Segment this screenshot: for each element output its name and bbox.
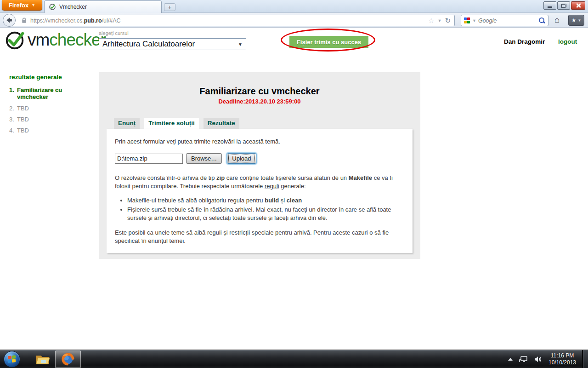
- network-icon[interactable]: [519, 356, 528, 363]
- speaker-icon[interactable]: [534, 356, 542, 363]
- search-box[interactable]: ▼: [461, 15, 548, 26]
- explorer-folder-icon: [35, 353, 50, 365]
- bookmark-star-icon[interactable]: ☆: [428, 17, 434, 25]
- clock-date: 10/10/2013: [543, 359, 582, 366]
- sidebar-item-assignment-2[interactable]: 2. TBD: [9, 105, 71, 112]
- tab-trimitere-solutii[interactable]: Trimitere soluții: [144, 118, 199, 129]
- tab-enunt[interactable]: Enunț: [114, 118, 140, 129]
- windows-flag-icon: [8, 355, 16, 363]
- assignment-panel: Familiarizare cu vmchecker Deadline:2013…: [99, 72, 420, 259]
- sidebar-item-general-results[interactable]: rezultate generale: [9, 74, 62, 80]
- annotation-ellipse: [281, 29, 375, 52]
- clock-time: 11:16 PM: [543, 352, 582, 359]
- lock-icon: [21, 17, 28, 24]
- sidebar-item-assignment-4[interactable]: 4. TBD: [9, 127, 71, 134]
- url-bar[interactable]: https://vmchecker.cs.pub.ro/ui/#AC ☆ ▼ ↻: [9, 15, 455, 26]
- upload-button[interactable]: Upload: [227, 153, 256, 164]
- rules-list: Makefile-ul trebuie să aibă obligatoriu …: [115, 196, 404, 222]
- system-tray: [508, 350, 542, 368]
- home-button[interactable]: ⌂: [554, 15, 560, 25]
- tray-hidden-icons-button[interactable]: [508, 358, 513, 361]
- window-controls: [543, 1, 585, 10]
- search-magnifier-icon[interactable]: [538, 17, 545, 24]
- firefox-menu-button[interactable]: Firefox ▼: [2, 0, 42, 11]
- close-icon: [576, 3, 581, 8]
- minimize-button[interactable]: [543, 1, 556, 10]
- rules-intro-text: O rezolvare constă într-o arhivă de tip …: [115, 174, 404, 190]
- tab-title: Vmchecker: [59, 4, 87, 10]
- close-button[interactable]: [571, 1, 585, 10]
- back-arrow-icon: [5, 16, 13, 24]
- course-selected-value: Arhitectura Calculatoarelor: [102, 40, 195, 49]
- url-text: https://vmchecker.cs.pub.ro/ui/#AC: [30, 17, 121, 24]
- submit-tab-panel: Prin acest formular veți putea trimite r…: [107, 129, 413, 253]
- special-rules-note: Este posibil ca unele teme să aibă regul…: [115, 229, 404, 245]
- restore-icon: [561, 4, 566, 8]
- logo-wordmark: vmchecker: [28, 30, 106, 50]
- sidebar-item-assignment-1[interactable]: 1. Familiarizare cu vmchecker: [9, 87, 71, 101]
- bookmarks-star-icon: ★: [571, 17, 577, 23]
- search-engine-dropdown-icon[interactable]: ▼: [472, 18, 476, 23]
- select-dropdown-icon: ▼: [238, 42, 243, 47]
- window-titlebar: Firefox ▼ Vmchecker +: [0, 0, 588, 13]
- browse-button[interactable]: Browse…: [186, 153, 222, 164]
- taskbar-explorer-button[interactable]: [32, 350, 53, 368]
- show-desktop-button[interactable]: [582, 350, 588, 368]
- vmchecker-check-icon: [5, 29, 26, 51]
- reload-icon[interactable]: ↻: [445, 17, 451, 25]
- assignment-tabs: Enunț Trimitere soluții Rezultate: [114, 118, 239, 129]
- google-logo-icon: [464, 17, 470, 24]
- sidebar-item-assignment-3[interactable]: 3. TBD: [9, 116, 71, 123]
- browser-navbar: https://vmchecker.cs.pub.ro/ui/#AC ☆ ▼ ↻…: [0, 13, 588, 28]
- rule-item: Makefile-ul trebuie să aibă obligatoriu …: [127, 196, 404, 205]
- assignment-title: Familiarizare cu vmchecker: [99, 86, 420, 97]
- course-select[interactable]: Arhitectura Calculatoarelor ▼: [99, 38, 246, 50]
- firefox-menu-label: Firefox: [9, 2, 28, 9]
- logout-link[interactable]: logout: [558, 38, 577, 45]
- vmchecker-favicon-icon: [49, 3, 56, 11]
- search-input[interactable]: [478, 17, 537, 24]
- minimize-icon: [548, 6, 552, 8]
- tab-rezultate[interactable]: Rezultate: [204, 118, 239, 129]
- restore-button[interactable]: [557, 1, 570, 10]
- upload-form: Browse… Upload: [115, 153, 404, 164]
- taskbar-clock[interactable]: 11:16 PM 10/10/2013: [543, 352, 582, 366]
- bookmarks-button[interactable]: ★ ▼: [568, 15, 584, 26]
- assignment-deadline: Deadline:2013.20.10 23:59:00: [99, 98, 420, 105]
- rule-item: Fișierele sursă trebuie să fie în rădăci…: [127, 206, 404, 222]
- start-button[interactable]: [4, 351, 20, 368]
- course-select-label: alegeți cursul: [99, 30, 129, 36]
- chevron-down-icon: ▼: [31, 3, 35, 7]
- new-tab-button[interactable]: +: [164, 3, 175, 11]
- browser-tab-vmchecker[interactable]: Vmchecker: [44, 0, 162, 13]
- windows-taskbar: 11:16 PM 10/10/2013: [0, 350, 588, 368]
- url-dropdown-icon[interactable]: ▼: [438, 18, 442, 23]
- new-tab-label: +: [168, 4, 172, 11]
- vmchecker-logo[interactable]: vmchecker: [5, 29, 106, 51]
- taskbar-firefox-button[interactable]: [55, 351, 81, 368]
- file-path-input[interactable]: [115, 154, 183, 164]
- upload-intro-text: Prin acest formular veți putea trimite r…: [115, 138, 404, 145]
- back-button[interactable]: [3, 14, 16, 27]
- bookmarks-dropdown-icon: ▼: [577, 18, 581, 23]
- firefox-icon: [61, 352, 75, 366]
- user-name: Dan Dragomir: [504, 38, 545, 45]
